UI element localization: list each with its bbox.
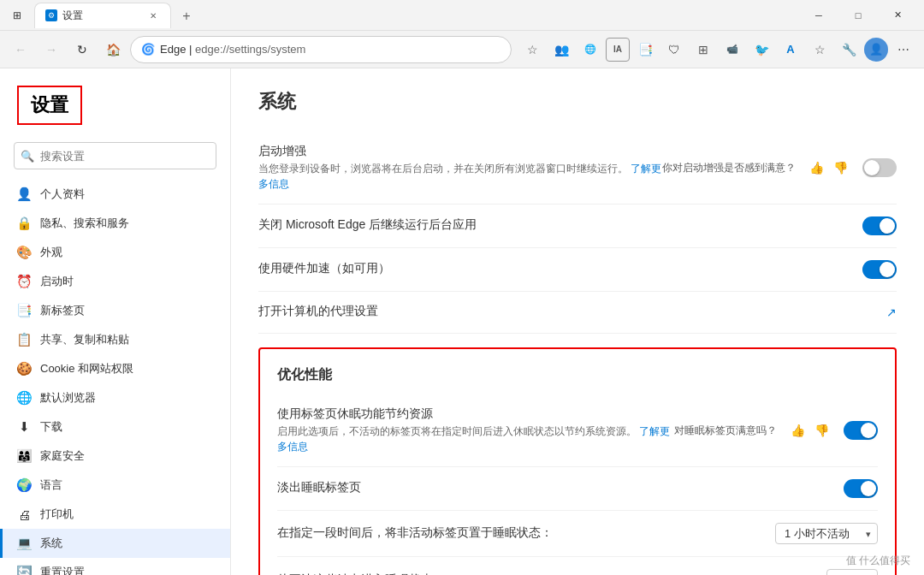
sleeping-satisfaction-label: 对睡眠标签页满意吗？ bbox=[674, 424, 777, 438]
proxy-label: 打开计算机的代理设置 bbox=[258, 304, 769, 319]
collections-icon[interactable]: 👥 bbox=[548, 36, 575, 63]
reset-nav-icon: 🔄 bbox=[16, 565, 32, 575]
sidebar-item-defaultbrowser[interactable]: 🌐 默认浏览器 bbox=[0, 383, 230, 412]
settings-main: 系统 启动增强 当您登录到设备时，浏览器将在后台启动，并在关闭所有浏览器窗口时继… bbox=[231, 68, 924, 575]
proxy-info: 打开计算机的代理设置 bbox=[258, 304, 769, 321]
read-aloud-icon[interactable]: 📑 bbox=[631, 36, 659, 63]
thumbs-up-btn-startup[interactable]: 👍 bbox=[806, 157, 826, 178]
tab-close-btn[interactable]: ✕ bbox=[146, 9, 160, 22]
startup-boost-row: 启动增强 当您登录到设备时，浏览器将在后台启动，并在关闭所有浏览器窗口时继续运行… bbox=[258, 132, 897, 205]
sidebar-item-appearance[interactable]: 🎨 外观 bbox=[0, 238, 230, 267]
twitter-icon[interactable]: 🐦 bbox=[748, 36, 775, 63]
new-tab-button[interactable]: + bbox=[175, 4, 198, 28]
sleeping-tabs-toggle[interactable] bbox=[844, 421, 878, 440]
thumbs-down-btn-sleeping[interactable]: 👎 bbox=[811, 420, 832, 441]
watermark-text: 值 什么值得买 bbox=[846, 554, 910, 568]
hardware-accel-toggle[interactable] bbox=[862, 260, 897, 279]
close-background-toggle-thumb bbox=[880, 218, 895, 234]
appearance-nav-icon: 🎨 bbox=[16, 245, 32, 260]
sidebar-item-cookies[interactable]: 🍪 Cookie 和网站权限 bbox=[0, 354, 230, 383]
sidebar-item-family[interactable]: 👨‍👩‍👧 家庭安全 bbox=[0, 442, 230, 471]
sidebar-header: 设置 bbox=[0, 68, 230, 135]
fade-sleeping-control bbox=[844, 479, 878, 498]
translate-icon[interactable]: 🌐 bbox=[577, 36, 604, 63]
sleeping-tabs-control: 对睡眠标签页满意吗？ 👍 👎 bbox=[674, 420, 878, 441]
close-background-toggle[interactable] bbox=[862, 216, 897, 235]
edge-a-icon[interactable]: A bbox=[777, 36, 804, 63]
system-nav-icon: 💻 bbox=[16, 536, 32, 551]
sidebar-item-language[interactable]: 🌍 语言 bbox=[0, 471, 230, 500]
optimization-box: 优化性能 使用标签页休眠功能节约资源 启用此选项后，不活动的标签页将在指定时间后… bbox=[258, 347, 897, 575]
never-sleep-header: 从不让这些站点进入睡眠状态 添加 bbox=[277, 569, 878, 575]
startup-boost-toggle[interactable] bbox=[862, 158, 897, 177]
startup-boost-control: 你对启动增强是否感到满意？ 👍 👎 bbox=[662, 157, 897, 178]
address-bar[interactable]: 🌀 Edge | edge://settings/system bbox=[130, 36, 512, 63]
inactive-time-control: 1 小时不活动 30 分钟不活动 2 小时不活动 3 小时不活动 bbox=[775, 523, 878, 544]
window-menu-btn[interactable]: ⊞ bbox=[7, 5, 27, 26]
forward-button[interactable]: → bbox=[38, 36, 65, 63]
apps-icon[interactable]: ⊞ bbox=[690, 36, 717, 63]
home-button[interactable]: 🏠 bbox=[99, 36, 127, 63]
thumbs-down-btn-startup[interactable]: 👎 bbox=[830, 157, 850, 178]
never-sleep-add-button[interactable]: 添加 bbox=[826, 569, 878, 575]
shield-icon[interactable]: 🛡 bbox=[660, 36, 688, 63]
favorites-icon[interactable]: ☆ bbox=[518, 36, 546, 63]
optimization-section-title: 优化性能 bbox=[277, 366, 878, 384]
tools-icon[interactable]: 🔧 bbox=[835, 36, 862, 63]
sidebar-item-profile[interactable]: 👤 个人资料 bbox=[0, 180, 230, 209]
close-background-info: 关闭 Microsoft Edge 后继续运行后台应用 bbox=[258, 217, 769, 234]
search-input[interactable] bbox=[14, 142, 216, 169]
proxy-external-link-icon[interactable]: ↗ bbox=[886, 305, 897, 319]
minimize-button[interactable]: ─ bbox=[799, 0, 838, 31]
sidebar-item-share[interactable]: 📋 共享、复制和粘贴 bbox=[0, 325, 230, 354]
back-button[interactable]: ← bbox=[7, 36, 34, 63]
address-text: Edge | edge://settings/system bbox=[160, 43, 305, 56]
family-nav-icon: 👨‍👩‍👧 bbox=[16, 448, 32, 464]
tab-bar: ⚙ 设置 ✕ + bbox=[34, 3, 792, 28]
sidebar-item-label-privacy: 隐私、搜索和服务 bbox=[40, 216, 129, 231]
sidebar-item-printer[interactable]: 🖨 打印机 bbox=[0, 500, 230, 529]
tab-favicon: ⚙ bbox=[45, 9, 57, 21]
sleeping-tabs-label: 使用标签页休眠功能节约资源 bbox=[277, 406, 674, 422]
maximize-button[interactable]: □ bbox=[838, 0, 878, 31]
sidebar-item-privacy[interactable]: 🔒 隐私、搜索和服务 bbox=[0, 209, 230, 238]
sidebar-item-label-family: 家庭安全 bbox=[40, 448, 85, 464]
fade-sleeping-label: 淡出睡眠标签页 bbox=[277, 480, 758, 495]
ia-icon[interactable]: IA bbox=[606, 38, 630, 62]
content-area: 设置 🔍 👤 个人资料 🔒 隐私、搜索和服务 bbox=[0, 68, 924, 575]
address-favicon: 🌀 bbox=[141, 43, 155, 56]
close-button[interactable]: ✕ bbox=[878, 0, 917, 31]
sidebar: 设置 🔍 👤 个人资料 🔒 隐私、搜索和服务 bbox=[0, 68, 231, 575]
never-sleep-row: 从不让这些站点进入睡眠状态 添加 未添加站点 bbox=[277, 557, 878, 575]
window-controls-left: ⊞ bbox=[7, 5, 27, 26]
startup-nav-icon: ⏰ bbox=[16, 274, 32, 289]
sidebar-item-downloads[interactable]: ⬇ 下载 bbox=[0, 412, 230, 442]
startup-boost-label: 启动增强 bbox=[258, 144, 662, 159]
sidebar-nav: 👤 个人资料 🔒 隐私、搜索和服务 🎨 外观 ⏰ 启动时 📑 新标签 bbox=[0, 180, 230, 575]
sidebar-item-reset[interactable]: 🔄 重置设置 bbox=[0, 558, 230, 575]
sidebar-item-system[interactable]: 💻 系统 bbox=[0, 529, 230, 558]
profile-icon[interactable]: 👤 bbox=[864, 38, 888, 62]
startup-boost-toggle-thumb bbox=[864, 160, 880, 175]
share-nav-icon: 📋 bbox=[16, 332, 32, 347]
sidebar-item-startup[interactable]: ⏰ 启动时 bbox=[0, 267, 230, 296]
fade-sleeping-toggle-thumb bbox=[861, 481, 876, 496]
fade-sleeping-toggle[interactable] bbox=[844, 479, 878, 498]
inactive-time-row: 在指定一段时间后，将非活动标签页置于睡眠状态： 1 小时不活动 30 分钟不活动… bbox=[277, 511, 878, 557]
sidebar-item-label-appearance: 外观 bbox=[40, 245, 62, 260]
video-icon[interactable]: 📹 bbox=[719, 36, 746, 63]
sidebar-item-label-downloads: 下载 bbox=[40, 419, 62, 435]
startup-boost-desc-text: 当您登录到设备时，浏览器将在后台启动，并在关闭所有浏览器窗口时继续运行。 bbox=[258, 163, 628, 175]
sidebar-item-newtab[interactable]: 📑 新标签页 bbox=[0, 296, 230, 325]
refresh-button[interactable]: ↻ bbox=[68, 36, 96, 63]
sidebar-item-label-system: 系统 bbox=[40, 536, 62, 551]
star-icon[interactable]: ☆ bbox=[806, 36, 833, 63]
hardware-accel-row: 使用硬件加速（如可用） bbox=[258, 248, 897, 292]
active-tab[interactable]: ⚙ 设置 ✕ bbox=[34, 3, 171, 28]
inactive-time-select[interactable]: 1 小时不活动 30 分钟不活动 2 小时不活动 3 小时不活动 bbox=[775, 523, 878, 544]
proxy-row: 打开计算机的代理设置 ↗ bbox=[258, 292, 897, 334]
satisfaction-btns-startup: 👍 👎 bbox=[806, 157, 850, 178]
more-icon[interactable]: ⋯ bbox=[890, 36, 917, 63]
thumbs-up-btn-sleeping[interactable]: 👍 bbox=[787, 420, 808, 441]
sidebar-item-label-newtab: 新标签页 bbox=[40, 303, 85, 318]
